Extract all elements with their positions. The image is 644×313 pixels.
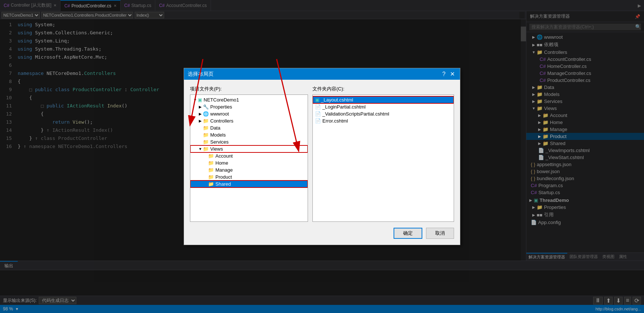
confirm-button[interactable]: 确定 [394,228,422,239]
dtree-controllers[interactable]: ▶ 📁 Controllers [190,117,308,124]
dtree-views[interactable]: ▼ 📁 Views [190,145,308,152]
dtree-account[interactable]: 📁 Account [190,152,308,159]
layout-dialog: 选择布局页 ? ✕ 项目文件夹(P): ▼ ▣ [184,68,460,245]
expand-arrow: ▶ [198,105,203,109]
globe-icon: 🌐 [203,111,209,117]
folder-icon4: 📁 [203,132,209,138]
dtree-wwwroot[interactable]: ▶ 🌐 wwwroot [190,110,308,117]
file-icon3: 📄 [315,118,321,124]
folder-icon9: 📁 [208,167,214,173]
folder-icon3: 📁 [203,125,209,131]
folder-tree[interactable]: ▼ ▣ NETCoreDemo1 ▶ 🔧 Properties [190,94,308,222]
left-col-label: 项目文件夹(P): [190,86,308,92]
folder-icon8: 📁 [208,160,214,166]
folder-icon6: 📁 [203,146,209,152]
folder-icon: 🔧 [203,104,209,110]
dfile-error[interactable]: 📄 Error.cshtml [313,117,454,124]
dtree-root[interactable]: ▼ ▣ NETCoreDemo1 [190,96,308,103]
dialog-right-col: 文件夹内容(C): ▣ _Layout.cshtml 📄 _LoginParti… [312,86,454,222]
expand-arrow: ▶ [198,112,203,116]
dialog-close-btn[interactable]: ✕ [449,70,456,78]
dtree-manage[interactable]: 📁 Manage [190,166,308,173]
cancel-button[interactable]: 取消 [426,228,454,239]
dialog-help-btn[interactable]: ? [441,70,447,78]
project-icon: ▣ [198,97,202,103]
dfile-layout[interactable]: ▣ _Layout.cshtml [313,96,454,103]
dtree-home[interactable]: 📁 Home [190,159,308,166]
dfile-loginpartial[interactable]: 📄 _LoginPartial.cshtml [313,103,454,110]
dtree-data[interactable]: 📁 Data [190,124,308,131]
expand-arrow: ▼ [198,147,203,151]
right-col-label: 文件夹内容(C): [312,86,454,92]
dtree-product[interactable]: 📁 Product [190,173,308,180]
dtree-models[interactable]: 📁 Models [190,131,308,138]
dtree-shared[interactable]: 📁 Shared [190,180,308,188]
dtree-properties[interactable]: ▶ 🔧 Properties [190,103,308,110]
dialog-left-col: 项目文件夹(P): ▼ ▣ NETCoreDemo1 ▶ [190,86,308,222]
file-icon: 📄 [315,104,321,110]
file-tree[interactable]: ▣ _Layout.cshtml 📄 _LoginPartial.cshtml … [312,94,454,222]
cshtml-file-icon: ▣ [315,97,319,103]
dialog-columns: 项目文件夹(P): ▼ ▣ NETCoreDemo1 ▶ [190,86,454,222]
dialog-title-buttons: ? ✕ [441,70,456,78]
expand-arrow: ▼ [193,98,198,102]
dialog-body: 项目文件夹(P): ▼ ▣ NETCoreDemo1 ▶ [184,80,460,245]
folder-icon2: 📁 [203,118,209,124]
dialog-titlebar: 选择布局页 ? ✕ [184,68,460,80]
file-icon2: 📄 [315,111,321,117]
folder-icon5: 📁 [203,139,209,145]
dialog-footer: 确定 取消 [190,222,454,239]
folder-icon7: 📁 [208,153,214,159]
folder-icon10: 📁 [208,174,214,180]
folder-icon11: 📁 [208,181,214,187]
dfile-validationscripts[interactable]: 📄 _ValidationScriptsPartial.cshtml [313,110,454,117]
dtree-services[interactable]: 📁 Services [190,138,308,145]
dialog-overlay: 选择布局页 ? ✕ 项目文件夹(P): ▼ ▣ [0,0,644,313]
expand-arrow: ▶ [198,119,203,123]
